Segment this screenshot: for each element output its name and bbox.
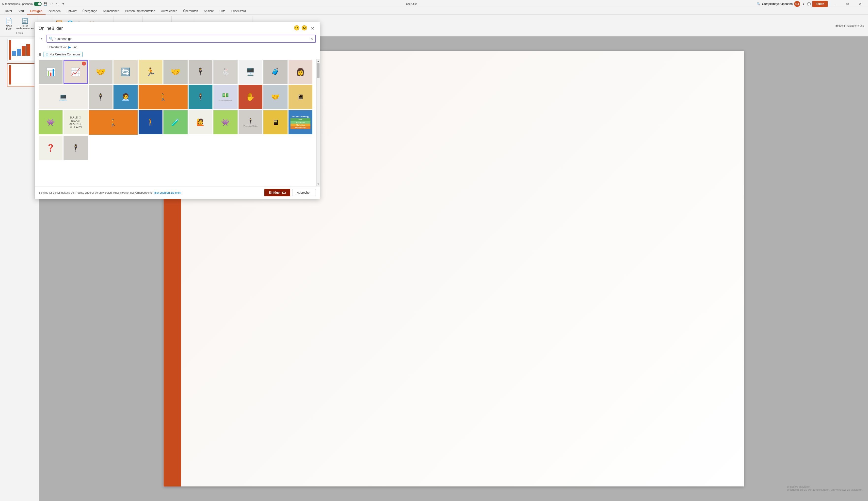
save-button[interactable]: 💾 [44, 2, 47, 6]
grid-item-29[interactable]: 🖥 [263, 110, 287, 134]
comments-btn[interactable]: 💬 [807, 2, 811, 6]
slide-thumb-2[interactable] [7, 63, 37, 86]
bildschirmaufzeichnung-label: Bildschirmaufzeichnung [836, 24, 866, 27]
slide-thumb-inner-2 [7, 64, 37, 86]
dialog-close-btn[interactable]: ✕ [309, 25, 316, 32]
tab-hilfe[interactable]: Hilfe [217, 8, 228, 14]
undo-button[interactable]: ↩ [50, 2, 53, 6]
scroll-down-btn[interactable]: ▼ [316, 182, 320, 186]
cc-checkbox[interactable]: ☑ Nur Creative Commons [44, 52, 83, 57]
img-placeholder-26: 🙋 [189, 111, 212, 134]
img-placeholder-21: 👾 [39, 111, 62, 134]
grid-item-11[interactable]: 👩 [289, 60, 312, 84]
grid-item-7[interactable]: 🕴 [188, 60, 213, 84]
filter-icon[interactable]: ⊟ [39, 52, 42, 56]
ribbon-minimize-btn[interactable]: ▲ [802, 2, 805, 6]
grid-item-12[interactable]: 💻 [39, 85, 88, 109]
scroll-up-btn[interactable]: ▲ [316, 59, 320, 63]
insert-button[interactable]: Einfügen (1) [264, 189, 290, 196]
grid-item-23[interactable]: 🚶 [89, 110, 138, 135]
dialog-title: OnlineBilder [39, 26, 63, 31]
grid-item-4[interactable]: 🔄 [113, 60, 137, 84]
grid-item-24[interactable]: 🚶 [139, 110, 162, 134]
tab-entwurf[interactable]: Entwurf [64, 8, 79, 14]
grid-item-1[interactable]: 📊 [39, 60, 63, 84]
auto-save-area: Automatisches Speichern [2, 2, 42, 6]
grid-item-32[interactable]: 🕴 [64, 136, 87, 160]
window-restore-btn[interactable]: ⧉ [842, 0, 853, 8]
tab-animationen[interactable]: Animationen [100, 8, 122, 14]
tab-ansicht[interactable]: Ansicht [201, 8, 216, 14]
window-minimize-btn[interactable]: ─ [829, 0, 840, 8]
selected-check: ✓ [82, 62, 86, 65]
grid-item-10[interactable]: 🧳 [263, 60, 287, 84]
grid-item-5[interactable]: 🏃 [139, 60, 162, 84]
dialog-footer-buttons: Einfügen (1) Abbrechen [264, 189, 316, 196]
grid-item-13[interactable]: 🕴 [89, 85, 112, 109]
ribbon-tabs: Datei Start Einfügen Zeichnen Entwurf Üb… [0, 8, 868, 15]
tab-uebergaenge[interactable]: Übergänge [79, 8, 100, 14]
img-placeholder-9: 🖥️ [239, 60, 262, 83]
bing-logo: ▶ [68, 45, 70, 49]
footer-link[interactable]: Hier erfahren Sie mehr [154, 191, 181, 194]
img-placeholder-28: 🕴 PresenterMedia [239, 111, 262, 134]
grid-item-17[interactable]: 💵 PresenterMedia [214, 85, 237, 109]
img-placeholder-13: 🕴 [89, 85, 112, 108]
online-images-dialog: OnlineBilder 🙂 ☹️ ✕ ‹ 🔍 ✕ Unterstützt vo… [34, 22, 320, 199]
grid-item-19[interactable]: 🤝 [263, 85, 287, 109]
grid-item-20[interactable]: 🖥 [289, 85, 312, 109]
grid-item-8[interactable]: 🐇 [214, 60, 237, 84]
img-placeholder-18: ✋ [239, 85, 262, 108]
grid-item-28[interactable]: 🕴 PresenterMedia [239, 110, 262, 134]
tab-datei[interactable]: Datei [2, 8, 15, 14]
grid-item-16[interactable]: 🕴 [188, 85, 213, 109]
cancel-button[interactable]: Abbrechen [292, 189, 316, 196]
grid-item-26[interactable]: 🙋 [188, 110, 213, 134]
bing-name: Bing [72, 45, 77, 49]
img-placeholder-11: 👩 [289, 60, 312, 83]
grid-item-21[interactable]: 👾 [39, 110, 63, 134]
smiley-happy-icon[interactable]: 🙂 [294, 25, 300, 32]
search-clear-btn[interactable]: ✕ [311, 37, 313, 41]
grid-item-27[interactable]: 👾 [214, 110, 237, 134]
dialog-footer: Sie sind für die Einhaltung der Rechte a… [35, 186, 320, 199]
grid-item-31[interactable]: ❓ [39, 136, 63, 160]
grid-item-2[interactable]: 📈 ✓ [64, 60, 87, 84]
window-close-btn[interactable]: ✕ [855, 0, 866, 8]
grid-item-18[interactable]: ✋ [239, 85, 262, 109]
tab-ueberpruefen[interactable]: Überprüfen [180, 8, 201, 14]
slides-panel: 1 2 [0, 36, 40, 501]
grid-item-25[interactable]: 🧪 [163, 110, 187, 134]
scroll-thumb[interactable] [317, 63, 319, 78]
back-button[interactable]: ‹ [39, 36, 45, 42]
smiley-sad-icon[interactable]: ☹️ [301, 25, 307, 32]
grid-item-30[interactable]: Business Strategy Plan Teamwork Marketin… [289, 110, 312, 134]
tab-bildschirmpraesentation[interactable]: Bildschirmpräsentation [122, 8, 158, 14]
grid-item-14[interactable]: 🧑‍💼 [113, 85, 137, 109]
tab-slidelizard[interactable]: SlideLizard [228, 8, 249, 14]
img-placeholder-23: 🚶 [89, 111, 137, 134]
slide-thumb-1[interactable] [7, 39, 37, 61]
img-placeholder-1: 📊 [39, 60, 62, 83]
neue-folie-btn[interactable]: 📄 NeueFolie [4, 17, 14, 31]
customize-button[interactable]: ▼ [61, 2, 65, 6]
grid-item-9[interactable]: 🖥️ [239, 60, 262, 84]
grid-item-6[interactable]: 🤝 [163, 60, 187, 84]
grid-item-15[interactable]: 🚶 [139, 85, 187, 109]
tab-einfuegen[interactable]: Einfügen [27, 8, 45, 14]
tab-start[interactable]: Start [15, 8, 27, 14]
img-placeholder-24: 🚶 [139, 111, 162, 134]
share-button[interactable]: Teilen [812, 1, 828, 7]
search-input[interactable] [55, 37, 309, 41]
user-avatar[interactable]: GJ [794, 1, 800, 7]
grid-item-3[interactable]: 🤝 [89, 60, 112, 84]
auto-save-toggle[interactable] [34, 2, 42, 6]
img-placeholder-7: 🕴 [189, 60, 212, 83]
img-placeholder-5: 🏃 [139, 60, 162, 83]
grid-item-22[interactable]: BUILD ②IDEA① ③LAUNCH④ LEARN [64, 110, 87, 134]
folien-wiederverwenden-btn[interactable]: 🔄 Folienwiederverwenden [15, 17, 35, 31]
tab-zeichnen[interactable]: Zeichnen [45, 8, 64, 14]
img-placeholder-20: 🖥 [289, 85, 312, 108]
redo-button[interactable]: ↪ [55, 2, 59, 6]
tab-aufzeichnen[interactable]: Aufzeichnen [158, 8, 180, 14]
